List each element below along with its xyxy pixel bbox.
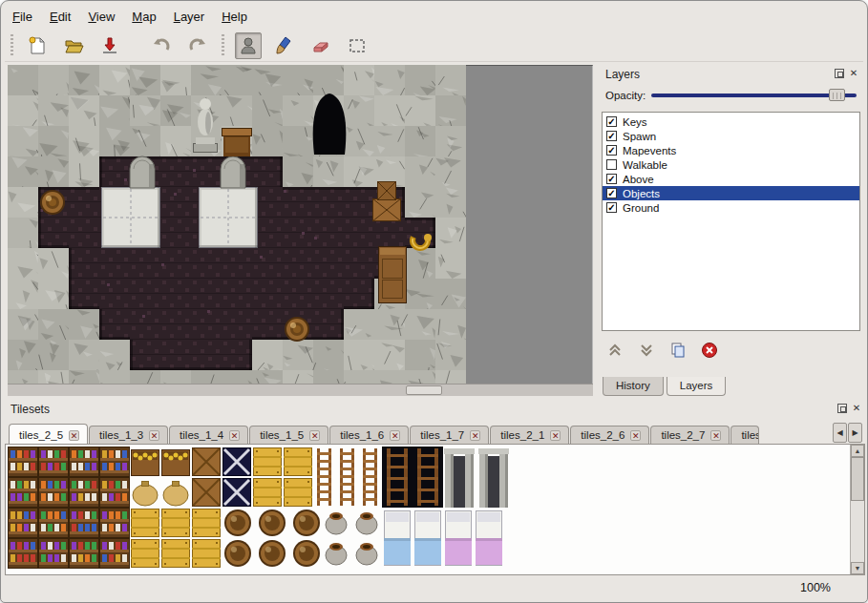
brush-tool-icon xyxy=(274,35,295,56)
open-button[interactable] xyxy=(60,32,87,59)
layer-row-mapevents[interactable]: ✓ Mapevents xyxy=(603,143,859,157)
layer-label: Keys xyxy=(623,116,647,128)
close-tab-icon[interactable]: ✕ xyxy=(69,430,79,441)
redo-button[interactable] xyxy=(184,32,211,59)
tileset-tab-nav: ◀ ▶ xyxy=(830,423,862,443)
layer-row-objects[interactable]: ✓ Objects xyxy=(603,186,859,200)
redo-icon xyxy=(187,35,208,56)
layer-row-walkable[interactable]: Walkable xyxy=(603,157,859,172)
close-tab-icon[interactable]: ✕ xyxy=(470,430,480,441)
menubar: File Edit View Map Layer Help xyxy=(5,5,863,28)
layer-list: ✓ Keys ✓ Spawn ✓ Mapevents Walkable ✓ Ab… xyxy=(602,112,860,331)
opacity-row: Opacity: xyxy=(605,87,857,104)
tileset-content: ▲ ▼ xyxy=(5,445,865,575)
tileset-tab[interactable]: tiles_2_1 ✕ xyxy=(490,426,569,444)
tileset-vertical-scrollbar[interactable]: ▲ ▼ xyxy=(850,445,864,574)
eraser-tool-button[interactable] xyxy=(307,32,334,59)
layer-checkbox[interactable]: ✓ xyxy=(606,202,617,213)
scroll-down-arrow[interactable]: ▼ xyxy=(851,562,864,574)
tileset-canvas[interactable] xyxy=(8,447,514,569)
tileset-tab-label: tiles_ xyxy=(741,429,759,441)
close-tab-icon[interactable]: ✕ xyxy=(229,430,240,441)
scroll-up-arrow[interactable]: ▲ xyxy=(851,445,864,457)
toolbar xyxy=(5,30,863,62)
tilesets-panel-title: Tilesets xyxy=(11,403,50,416)
select-tool-button[interactable] xyxy=(344,32,370,59)
tileset-tab[interactable]: tiles_1_5 ✕ xyxy=(249,426,328,444)
tab-layers[interactable]: Layers xyxy=(667,377,727,396)
tileset-tab[interactable]: tiles_ xyxy=(730,426,759,444)
tileset-tab-label: tiles_1_5 xyxy=(260,429,304,441)
close-tab-icon[interactable]: ✕ xyxy=(309,430,320,441)
float-panel-icon[interactable] xyxy=(837,404,847,413)
tileset-tab[interactable]: tiles_2_6 ✕ xyxy=(570,426,649,444)
delete-layer-button[interactable] xyxy=(698,339,721,362)
close-tab-icon[interactable]: ✕ xyxy=(710,430,721,441)
move-layer-down-button[interactable] xyxy=(635,339,658,362)
brush-tool-button[interactable] xyxy=(271,32,298,59)
tileset-tab[interactable]: tiles_2_7 ✕ xyxy=(650,426,730,444)
scroll-tabs-right-button[interactable]: ▶ xyxy=(848,423,862,443)
tileset-tab-label: tiles_1_6 xyxy=(340,429,384,441)
opacity-slider[interactable] xyxy=(651,87,857,104)
layer-row-spawn[interactable]: ✓ Spawn xyxy=(603,129,859,143)
menu-map[interactable]: Map xyxy=(124,7,163,27)
save-icon xyxy=(99,35,120,56)
tilesets-panel: Tilesets ✕ tiles_2_5 ✕ tiles_1_3 ✕ tiles… xyxy=(5,401,865,576)
layer-checkbox[interactable]: ✓ xyxy=(606,131,617,141)
menu-help[interactable]: Help xyxy=(214,7,255,27)
layer-row-keys[interactable]: ✓ Keys xyxy=(603,114,859,129)
menu-layer[interactable]: Layer xyxy=(166,7,213,27)
tileset-tab[interactable]: tiles_1_6 ✕ xyxy=(329,426,409,444)
scroll-tabs-left-button[interactable]: ◀ xyxy=(833,423,847,443)
close-tab-icon[interactable]: ✕ xyxy=(149,430,159,441)
layer-checkbox[interactable]: ✓ xyxy=(606,174,617,184)
close-tab-icon[interactable]: ✕ xyxy=(390,430,400,441)
scrollbar-thumb[interactable] xyxy=(851,457,864,501)
float-panel-icon[interactable] xyxy=(835,69,844,78)
tileset-tab-label: tiles_2_7 xyxy=(661,429,705,441)
layers-panel-tabs: History Layers xyxy=(603,377,726,396)
tileset-tab-label: tiles_1_3 xyxy=(99,429,143,441)
tileset-tab[interactable]: tiles_1_4 ✕ xyxy=(169,426,248,444)
new-file-icon xyxy=(27,35,48,56)
select-tool-icon xyxy=(347,35,368,56)
stamp-tool-button[interactable] xyxy=(235,32,262,59)
tab-history[interactable]: History xyxy=(603,377,664,396)
layer-label: Spawn xyxy=(623,131,656,142)
duplicate-layer-button[interactable] xyxy=(667,339,689,362)
close-tab-icon[interactable]: ✕ xyxy=(550,430,561,441)
layer-label: Above xyxy=(623,174,654,185)
zoom-level: 100% xyxy=(800,581,831,594)
layer-row-ground[interactable]: ✓ Ground xyxy=(603,200,859,215)
map-horizontal-scrollbar[interactable] xyxy=(8,384,593,396)
close-panel-icon[interactable]: ✕ xyxy=(851,403,862,414)
layers-panel: Layers ✕ Opacity: ✓ Keys ✓ Spawn ✓ xyxy=(600,66,862,396)
layer-checkbox[interactable] xyxy=(606,159,617,170)
move-layer-up-button[interactable] xyxy=(603,339,626,362)
menu-file[interactable]: File xyxy=(5,7,40,27)
opacity-slider-handle[interactable] xyxy=(829,89,845,101)
layer-row-above[interactable]: ✓ Above xyxy=(603,172,859,186)
tileset-tab-label: tiles_2_5 xyxy=(19,429,63,441)
menu-view[interactable]: View xyxy=(80,7,122,27)
chevron-down-icon xyxy=(638,342,655,359)
layer-label: Mapevents xyxy=(623,145,676,156)
new-button[interactable] xyxy=(24,32,51,59)
tileset-tab[interactable]: tiles_2_5 ✕ xyxy=(9,424,88,444)
close-tab-icon[interactable]: ✕ xyxy=(630,430,641,441)
layer-checkbox[interactable]: ✓ xyxy=(606,145,617,156)
save-button[interactable] xyxy=(96,32,123,59)
scrollbar-thumb[interactable] xyxy=(406,385,442,395)
close-panel-icon[interactable]: ✕ xyxy=(848,68,859,79)
layer-checkbox[interactable]: ✓ xyxy=(606,188,617,198)
menu-edit[interactable]: Edit xyxy=(42,7,78,27)
statusbar: 100% xyxy=(1,575,867,602)
tileset-tab[interactable]: tiles_1_7 ✕ xyxy=(410,426,489,444)
tileset-tab[interactable]: tiles_1_3 ✕ xyxy=(89,426,168,444)
undo-icon xyxy=(151,35,172,56)
map-canvas[interactable] xyxy=(8,65,466,384)
opacity-slider-track[interactable] xyxy=(651,94,857,97)
layer-checkbox[interactable]: ✓ xyxy=(606,116,617,127)
undo-button[interactable] xyxy=(148,32,175,59)
